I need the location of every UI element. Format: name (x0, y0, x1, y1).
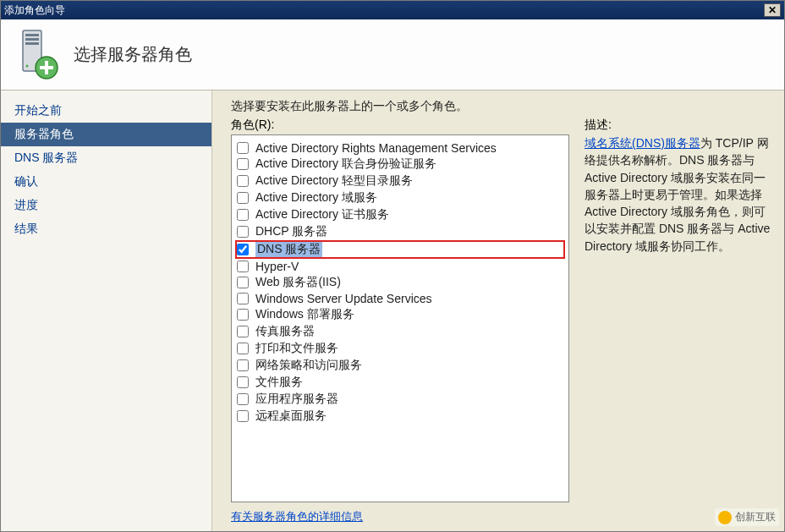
sidebar-item-2[interactable]: DNS 服务器 (1, 146, 211, 170)
role-label: 打印和文件服务 (255, 341, 338, 356)
server-role-icon (13, 29, 58, 81)
role-checkbox[interactable] (237, 192, 249, 204)
role-row[interactable]: Active Directory 联合身份验证服务 (235, 156, 565, 173)
role-row[interactable]: 打印和文件服务 (235, 340, 565, 357)
role-checkbox[interactable] (237, 142, 249, 154)
role-checkbox[interactable] (237, 277, 249, 288)
role-checkbox[interactable] (237, 244, 249, 255)
wizard-header: 选择服务器角色 (1, 19, 784, 90)
role-row[interactable]: 传真服务器 (235, 323, 565, 340)
svg-rect-1 (25, 34, 39, 36)
watermark: 创新互联 (715, 508, 779, 526)
svg-rect-3 (25, 42, 39, 45)
role-row[interactable]: Windows 部署服务 (235, 306, 565, 323)
role-row[interactable]: Web 服务器(IIS) (235, 274, 565, 291)
role-label: 网络策略和访问服务 (255, 358, 362, 373)
columns: 角色(R): Active Directory Rights Managemen… (231, 118, 772, 524)
role-label: 应用程序服务器 (255, 392, 338, 407)
role-label: Windows Server Update Services (255, 292, 432, 305)
role-label: 文件服务 (255, 375, 303, 390)
role-checkbox[interactable] (237, 326, 249, 337)
close-icon: ✕ (768, 4, 777, 16)
watermark-logo-icon (718, 511, 732, 524)
role-label: Windows 部署服务 (255, 307, 354, 322)
role-label: DHCP 服务器 (255, 224, 327, 239)
description-link[interactable]: 域名系统(DNS)服务器 (585, 136, 700, 150)
role-row[interactable]: Windows Server Update Services (235, 291, 565, 306)
role-label: 远程桌面服务 (255, 409, 327, 424)
description-text: 域名系统(DNS)服务器为 TCP/IP 网络提供名称解析。DNS 服务器与 A… (585, 134, 772, 255)
role-row[interactable]: Active Directory 证书服务 (235, 206, 565, 223)
instruction-text: 选择要安装在此服务器上的一个或多个角色。 (231, 99, 772, 114)
svg-rect-2 (25, 38, 39, 41)
role-checkbox[interactable] (237, 393, 249, 405)
description-column: 描述: 域名系统(DNS)服务器为 TCP/IP 网络提供名称解析。DNS 服务… (585, 118, 772, 524)
main-panel: 选择要安装在此服务器上的一个或多个角色。 角色(R): Active Direc… (212, 90, 784, 532)
roles-column: 角色(R): Active Directory Rights Managemen… (231, 118, 569, 524)
svg-rect-7 (40, 66, 53, 69)
role-label: Active Directory 域服务 (255, 190, 377, 206)
role-checkbox[interactable] (237, 376, 249, 388)
close-button[interactable]: ✕ (764, 3, 781, 17)
sidebar: 开始之前服务器角色DNS 服务器确认进度结果 (1, 90, 212, 532)
roles-heading: 角色(R): (231, 118, 569, 133)
sidebar-item-3[interactable]: 确认 (1, 170, 211, 194)
roles-listbox[interactable]: Active Directory Rights Management Servi… (231, 134, 569, 502)
role-checkbox[interactable] (237, 158, 249, 170)
role-checkbox[interactable] (237, 309, 249, 321)
page-title: 选择服务器角色 (74, 43, 192, 66)
sidebar-item-5[interactable]: 结果 (1, 217, 211, 241)
role-row[interactable]: Active Directory Rights Management Servi… (235, 140, 565, 156)
role-checkbox[interactable] (237, 209, 249, 221)
role-row[interactable]: Active Directory 轻型目录服务 (235, 173, 565, 189)
roles-details-link[interactable]: 有关服务器角色的详细信息 (231, 509, 569, 524)
role-row[interactable]: 远程桌面服务 (235, 408, 565, 425)
description-body: 为 TCP/IP 网络提供名称解析。DNS 服务器与 Active Direct… (585, 136, 770, 253)
role-checkbox[interactable] (237, 175, 249, 187)
watermark-text: 创新互联 (735, 510, 776, 524)
role-checkbox[interactable] (237, 226, 249, 238)
role-row[interactable]: 文件服务 (235, 374, 565, 391)
role-label: Active Directory 证书服务 (255, 207, 389, 222)
role-label: Web 服务器(IIS) (255, 275, 341, 290)
role-row[interactable]: Active Directory 域服务 (235, 189, 565, 206)
role-label: 传真服务器 (255, 324, 315, 339)
sidebar-item-4[interactable]: 进度 (1, 194, 211, 217)
role-checkbox[interactable] (237, 343, 249, 354)
role-row[interactable]: DHCP 服务器 (235, 223, 565, 240)
role-checkbox[interactable] (237, 359, 249, 371)
svg-point-4 (26, 64, 29, 67)
description-heading: 描述: (585, 118, 772, 133)
role-label: Hyper-V (255, 260, 299, 273)
role-row[interactable]: 网络策略和访问服务 (235, 357, 565, 374)
sidebar-item-0[interactable]: 开始之前 (1, 99, 211, 123)
wizard-body: 开始之前服务器角色DNS 服务器确认进度结果 选择要安装在此服务器上的一个或多个… (1, 90, 784, 532)
role-row[interactable]: Hyper-V (235, 259, 565, 274)
role-label: Active Directory 轻型目录服务 (255, 173, 413, 189)
role-checkbox[interactable] (237, 410, 249, 422)
role-checkbox[interactable] (237, 261, 249, 272)
window-title: 添加角色向导 (4, 3, 764, 18)
role-row[interactable]: 应用程序服务器 (235, 391, 565, 408)
role-label: Active Directory 联合身份验证服务 (255, 156, 436, 172)
role-label: DNS 服务器 (255, 242, 322, 257)
sidebar-item-1[interactable]: 服务器角色 (1, 123, 211, 146)
role-checkbox[interactable] (237, 293, 249, 304)
role-row[interactable]: DNS 服务器 (235, 240, 565, 259)
role-label: Active Directory Rights Management Servi… (255, 141, 497, 155)
titlebar: 添加角色向导 ✕ (1, 1, 784, 19)
